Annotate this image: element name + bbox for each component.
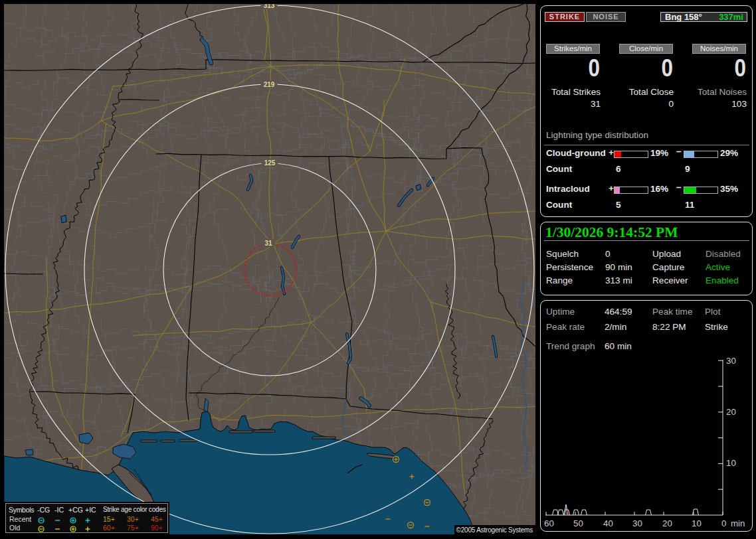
svg-text:10: 10 bbox=[726, 458, 736, 468]
svg-text:40: 40 bbox=[603, 518, 613, 528]
svg-text:min: min bbox=[731, 518, 745, 528]
svg-text:10: 10 bbox=[692, 518, 702, 528]
svg-text:50: 50 bbox=[573, 518, 583, 528]
svg-text:20: 20 bbox=[726, 407, 736, 417]
svg-text:60: 60 bbox=[544, 518, 554, 528]
svg-text:125: 125 bbox=[264, 159, 276, 167]
svg-text:219: 219 bbox=[264, 81, 275, 88]
svg-text:30: 30 bbox=[632, 518, 642, 528]
svg-text:31: 31 bbox=[264, 240, 272, 247]
svg-text:313: 313 bbox=[264, 4, 275, 9]
svg-text:0: 0 bbox=[721, 518, 726, 528]
svg-text:30: 30 bbox=[726, 356, 736, 366]
svg-text:20: 20 bbox=[662, 518, 672, 528]
